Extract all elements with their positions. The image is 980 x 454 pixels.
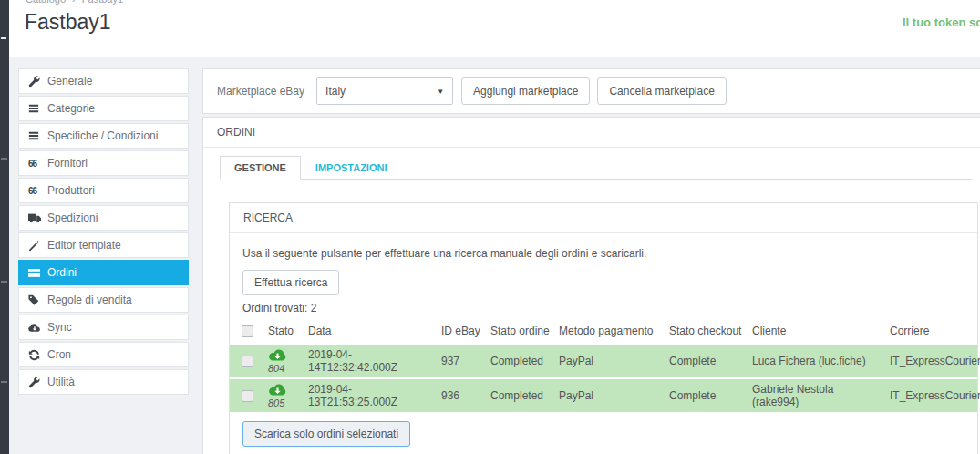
add-marketplace-button[interactable]: Aggiungi marketplace: [461, 77, 590, 105]
sidebar-item-label: Produttori: [47, 184, 95, 197]
column-header-id-ebay: ID eBay: [438, 319, 487, 343]
search-section: RICERCA Usa il seguente pulsante per eff…: [229, 202, 978, 454]
order-status-number: 804: [268, 363, 301, 374]
truck-icon: [28, 212, 47, 223]
sidebar-item-categorie[interactable]: Categorie: [18, 96, 189, 121]
refresh-icon: [28, 349, 47, 361]
sidebar-item-spedizioni[interactable]: Spedizioni: [18, 205, 189, 231]
run-search-button[interactable]: Effettua ricerca: [242, 270, 339, 295]
delete-marketplace-button[interactable]: Cancella marketplace: [597, 77, 726, 105]
sidebar-item-regole-di-vendita[interactable]: Regole di vendita: [18, 287, 189, 313]
nav-strip-mark: [1, 381, 7, 383]
table-row: 804 2019-04-14T12:32:42.000Z 937 Complet…: [230, 343, 977, 377]
sidebar-item-label: Spedizioni: [47, 212, 98, 224]
column-header-corriere: Corriere: [886, 319, 977, 343]
column-header-stato-ordine: Stato ordine: [487, 319, 555, 343]
tab-impostazioni[interactable]: IMPOSTAZIONI: [301, 156, 402, 180]
order-customer: Gabriele Nestola (rake994): [748, 377, 886, 412]
order-checkout-status: Complete: [665, 343, 748, 377]
magic-wand-icon: [28, 240, 47, 252]
cloud-download-icon: [268, 383, 301, 397]
order-date: 2019-04-13T21:53:25.000Z: [304, 377, 438, 412]
orders-tabbar: GESTIONE IMPOSTAZIONI: [220, 156, 972, 180]
column-header-stato-checkout: Stato checkout: [665, 319, 748, 343]
nav-strip-mark: [1, 158, 7, 160]
sidebar-item-cron[interactable]: Cron: [18, 342, 189, 367]
sidebar-item-ordini[interactable]: Ordini: [18, 260, 189, 285]
cloud-download-icon: [268, 348, 301, 362]
order-ebay-id: 936: [438, 377, 487, 412]
order-status-number: 805: [268, 397, 301, 408]
search-section-title: RICERCA: [230, 203, 977, 233]
breadcrumb-current: Fastbay1: [82, 0, 123, 5]
list-icon: [28, 130, 47, 141]
sidebar-item-generale[interactable]: Generale: [18, 68, 189, 94]
sidebar-item-label: Editor template: [47, 239, 121, 252]
sidebar-item-label: Sync: [47, 321, 72, 334]
order-carrier: IT_ExpressCourier: [886, 343, 977, 377]
sidebar-item-label: Cron: [47, 348, 71, 361]
order-carrier: IT_ExpressCourier: [886, 377, 977, 412]
order-status: Completed: [487, 377, 555, 412]
marketplace-selected-value: Italy: [325, 85, 346, 98]
orders-panel: ORDINI GESTIONE IMPOSTAZIONI RICERCA Usa…: [202, 117, 980, 454]
breadcrumb-separator: ›: [72, 0, 76, 5]
order-date: 2019-04-14T12:32:42.000Z: [304, 343, 438, 377]
token-expiry-warning: Il tuo token scade: [903, 15, 980, 29]
credit-card-icon: [28, 268, 47, 278]
table-header-row: Stato Data ID eBay Stato ordine Metodo p…: [230, 319, 977, 343]
marketplace-toolbar: Marketplace eBay Italy ▼ Aggiungi market…: [202, 68, 980, 114]
row-checkbox[interactable]: [242, 356, 253, 367]
search-description: Usa il seguente pulsante per effettuare …: [242, 247, 965, 260]
sidebar-item-sync[interactable]: Sync: [18, 315, 189, 340]
marketplace-label: Marketplace eBay: [217, 85, 304, 98]
sidebar-item-label: Generale: [47, 75, 92, 88]
sidebar-item-utilita[interactable]: Utilità: [18, 369, 189, 395]
quote-icon: 66: [28, 186, 47, 196]
sidebar-item-label: Utilità: [47, 376, 75, 388]
orders-panel-title: ORDINI: [203, 118, 980, 148]
row-checkbox[interactable]: [242, 390, 253, 402]
caret-down-icon: ▼: [437, 88, 444, 96]
select-all-checkbox[interactable]: [242, 325, 253, 337]
download-selected-orders-button[interactable]: Scarica solo ordini selezionati: [242, 421, 410, 447]
order-ebay-id: 937: [438, 343, 487, 377]
column-header-data: Data: [304, 319, 438, 343]
sidebar-item-specifiche-condizioni[interactable]: Specifiche / Condizioni: [18, 123, 189, 149]
module-sidebar: Generale Categorie Specifiche / Condizio…: [18, 68, 189, 397]
sidebar-item-editor-template[interactable]: Editor template: [18, 232, 189, 258]
sidebar-item-label: Ordini: [47, 266, 77, 279]
tags-icon: [28, 294, 47, 305]
column-header-stato: Stato: [264, 319, 304, 343]
sidebar-item-label: Categorie: [47, 102, 95, 115]
sidebar-item-label: Fornitori: [47, 157, 88, 170]
cloud-icon: [28, 323, 47, 332]
sidebar-item-label: Specifiche / Condizioni: [47, 129, 158, 142]
breadcrumb-section-link[interactable]: Catalogo: [26, 0, 66, 5]
nav-strip-mark: [1, 37, 6, 39]
order-customer: Luca Fichera (luc.fiche): [748, 343, 886, 377]
column-header-metodo-pagamento: Metodo pagamento: [555, 319, 665, 343]
page-title: Fastbay1: [25, 10, 111, 35]
sidebar-item-produttori[interactable]: 66 Produttori: [18, 178, 189, 203]
breadcrumb: Catalogo › Fastbay1: [26, 0, 127, 5]
wrench-icon: [28, 76, 47, 88]
order-payment: PayPal: [555, 343, 665, 377]
orders-table: Stato Data ID eBay Stato ordine Metodo p…: [230, 319, 977, 412]
quote-icon: 66: [28, 159, 47, 169]
sidebar-item-fornitori[interactable]: 66 Fornitori: [18, 150, 189, 176]
sidebar-item-label: Regole di vendita: [47, 294, 132, 306]
tab-gestione[interactable]: GESTIONE: [220, 156, 301, 180]
orders-found-count: Ordini trovati: 2: [242, 302, 965, 315]
order-payment: PayPal: [555, 377, 665, 412]
list-icon: [28, 103, 47, 114]
table-row: 805 2019-04-13T21:53:25.000Z 936 Complet…: [230, 377, 977, 412]
order-checkout-status: Complete: [665, 377, 748, 412]
column-header-cliente: Cliente: [748, 319, 886, 343]
order-status: Completed: [487, 343, 555, 377]
nav-strip-mark: [1, 281, 7, 283]
page-header: Catalogo › Fastbay1 Fastbay1: [0, 0, 980, 57]
wrench-icon: [28, 377, 47, 388]
main-nav-strip: [0, 0, 9, 454]
marketplace-select[interactable]: Italy ▼: [316, 77, 453, 105]
